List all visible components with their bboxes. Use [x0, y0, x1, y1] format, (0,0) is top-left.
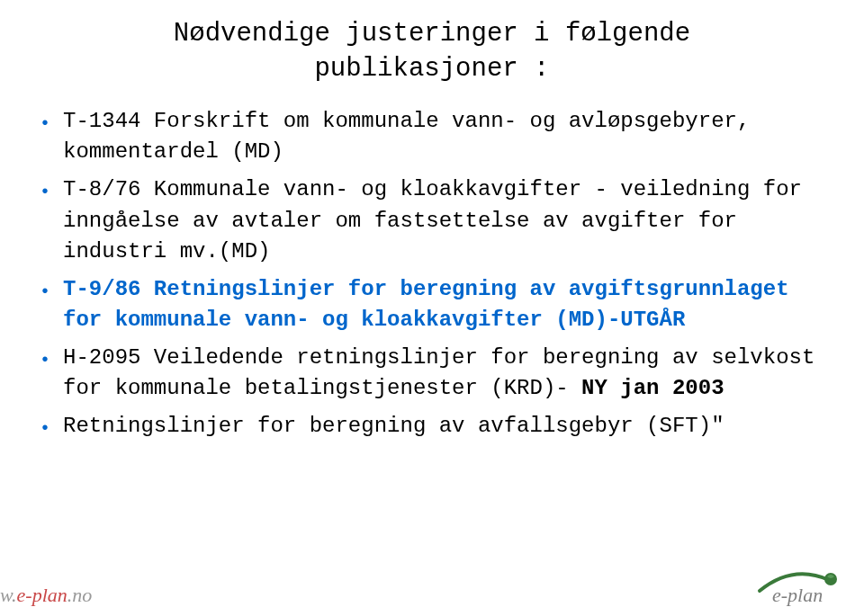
list-item: • H-2095 Veiledende retningslinjer for b… — [36, 343, 828, 404]
logo: e-plan — [743, 555, 851, 609]
text-part: Retningslinjer for beregning av avfallsg… — [63, 414, 724, 438]
list-item-text: Retningslinjer for beregning av avfallsg… — [63, 411, 828, 442]
text-part: T-8/76 Kommunale vann- og kloakkavgifter… — [63, 177, 802, 263]
footer-red: e-plan — [17, 584, 68, 606]
bullet-icon: • — [40, 180, 50, 205]
bullet-icon: • — [40, 280, 50, 305]
list-item-text: T-9/86 Retningslinjer for beregning av a… — [63, 274, 828, 335]
logo-icon: e-plan — [743, 555, 851, 609]
bullet-list: • T-1344 Forskrift om kommunale vann- og… — [36, 106, 828, 442]
slide-title: Nødvendige justeringer i følgende publik… — [36, 16, 828, 86]
list-item: • T-1344 Forskrift om kommunale vann- og… — [36, 106, 828, 167]
footer-prefix: w. — [0, 584, 17, 606]
list-item-text: H-2095 Veiledende retningslinjer for ber… — [63, 343, 828, 404]
list-item: • T-8/76 Kommunale vann- og kloakkavgift… — [36, 174, 828, 266]
footer-url: w.e-plan.no — [0, 584, 92, 607]
title-line-2: publikasjoner : — [314, 54, 549, 84]
slide-content: Nødvendige justeringer i følgende publik… — [0, 0, 864, 442]
text-part: T-1344 Forskrift om kommunale vann- og a… — [63, 109, 750, 164]
footer-suffix: .no — [68, 584, 93, 606]
list-item: • T-9/86 Retningslinjer for beregning av… — [36, 274, 828, 335]
list-item-text: T-1344 Forskrift om kommunale vann- og a… — [63, 106, 828, 167]
text-part-bold: NY jan 2003 — [581, 376, 724, 400]
list-item: • Retningslinjer for beregning av avfall… — [36, 411, 828, 442]
list-item-text: T-8/76 Kommunale vann- og kloakkavgifter… — [63, 174, 828, 266]
bullet-icon: • — [40, 112, 50, 137]
bullet-icon: • — [40, 416, 50, 442]
logo-text: e-plan — [772, 584, 823, 606]
text-part: T-9/86 Retningslinjer for beregning av a… — [63, 277, 789, 332]
bullet-icon: • — [40, 348, 50, 373]
title-line-1: Nødvendige justeringer i følgende — [174, 19, 690, 49]
